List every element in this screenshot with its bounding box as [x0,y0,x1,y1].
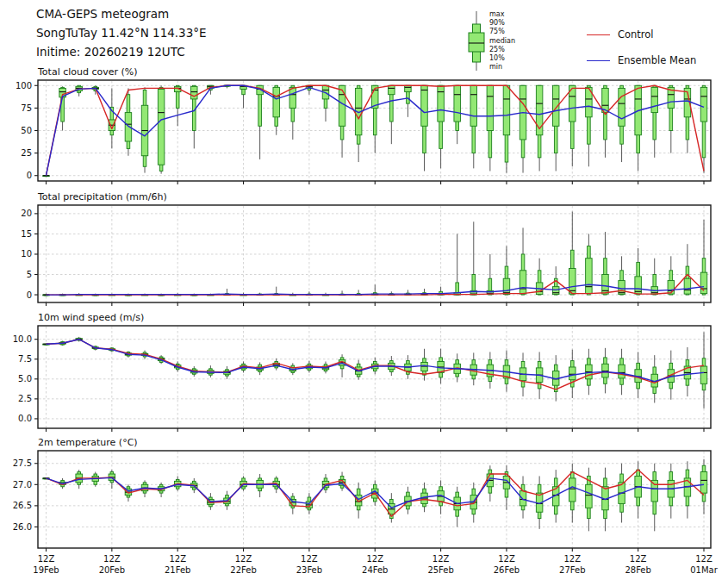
y-tick-label: 10 [21,249,32,259]
boxplot-legend: max90%75%median25%10%min [469,10,515,71]
box-25-75 [619,365,625,378]
ensemble-line-swatch [587,60,610,61]
x-tick-hour-label: 12Z [498,554,515,564]
y-tick-label: 26.5 [13,501,32,510]
legend-stat-label: min [489,63,502,71]
legend-stat-label: 10% [489,54,505,62]
y-tick-label: 100 [16,81,32,90]
box-25-75 [191,86,198,99]
y-tick-label: 27.5 [13,458,32,468]
control-label: Control [618,28,654,41]
box-25-75 [700,366,707,383]
panel-border [38,205,711,302]
control-line-swatch [587,34,610,35]
x-tick-date-label: 27Feb [559,565,585,575]
panel-10m-wind-speed: 0.02.55.07.510.010m wind speed (m/s) [13,312,711,432]
box-25-75 [520,491,526,506]
y-tick-label: 10.0 [13,334,32,344]
x-tick-hour-label: 12Z [235,554,252,564]
legend-stat-label: median [489,37,515,45]
x-tick-hour-label: 12Z [630,554,647,564]
box-25-75 [569,478,576,502]
x-tick-date-label: 01Mar [690,565,718,575]
x-tick-date-label: 28Feb [625,565,650,575]
box-25-75 [586,484,593,508]
box-25-75 [487,85,494,130]
x-tick-hour-label: 12Z [695,554,712,564]
box-25-75 [700,87,707,122]
box-25-75 [389,85,395,94]
y-tick-label: 0.0 [18,414,32,423]
x-tick-date-label: 22Feb [230,565,256,575]
meteogram-figure: CMA-GEPS meteogram SongTuTay 11.42°N 114… [0,0,728,586]
box-25-75 [438,85,444,122]
meteogram-chart: 0255075100Total cloud cover (%)05101520T… [0,0,728,586]
box-25-75 [503,278,510,294]
panel-title: Total precipitation (mm/6h) [37,191,167,203]
y-tick-label: 5.0 [18,374,32,383]
box-25-75 [651,480,658,502]
box-25-75 [684,278,691,294]
x-tick-hour-label: 12Z [301,554,318,564]
y-tick-label: 27.0 [13,480,32,489]
x-tick-date-label: 20Feb [99,565,125,575]
x-tick-hour-label: 12Z [432,554,450,564]
legend-stat-label: max [489,10,505,18]
panel-total-precipitation: 05101520Total precipitation (mm/6h) [21,191,711,306]
y-tick-label: 50 [21,126,32,135]
legend-stat-label: 25% [489,46,505,53]
box-25-75 [405,85,412,91]
line-legend: Control Ensemble Mean [587,22,696,73]
y-tick-label: 20 [21,209,32,218]
box-25-75 [158,89,165,165]
y-tick-label: 25 [21,148,32,158]
box-25-75 [586,259,593,294]
x-tick-date-label: 25Feb [427,565,453,575]
x-tick-date-label: 19Feb [33,565,59,575]
box-25-75 [536,85,543,134]
box-25-75 [470,85,477,126]
box-25-75 [273,87,280,116]
box-25-75 [700,472,707,494]
box-25-75 [289,87,296,108]
x-tick-date-label: 26Feb [494,565,520,575]
control-legend-row: Control [587,22,696,47]
panel-title: 10m wind speed (m/s) [38,312,144,323]
panel-title: 2m temperature (°C) [38,437,138,448]
x-tick-hour-label: 12Z [38,554,55,564]
panel-border [38,326,711,428]
y-tick-label: 0 [27,290,32,300]
panel-2m-temperature: 26.026.527.027.52m temperature (°C) [13,437,711,552]
legend-box-25-75 [469,33,484,52]
x-tick-hour-label: 12Z [564,554,582,564]
ensemble-label: Ensemble Mean [618,54,696,66]
box-25-75 [569,367,576,380]
box-25-75 [454,85,461,122]
box-25-75 [503,85,510,134]
y-tick-label: 0 [27,171,32,180]
box-25-75 [651,87,658,112]
x-tick-date-label: 23Feb [296,565,322,575]
x-tick-date-label: 21Feb [165,565,190,575]
x-tick-hour-label: 12Z [103,554,121,564]
y-tick-label: 75 [21,103,32,113]
y-tick-label: 2.5 [18,394,32,403]
ensemble-legend-row: Ensemble Mean [587,47,696,73]
legend-stat-label: 75% [489,28,505,35]
x-tick-date-label: 24Feb [362,565,388,575]
box-25-75 [520,271,526,294]
box-25-75 [339,85,345,126]
box-25-75 [421,85,428,126]
y-tick-label: 15 [21,229,32,239]
box-25-75 [619,88,625,126]
panel-title: Total cloud cover (%) [37,66,138,78]
box-25-75 [569,268,576,294]
x-tick-hour-label: 12Z [169,554,186,564]
y-tick-label: 5 [27,270,32,279]
y-tick-label: 26.0 [13,522,32,532]
x-tick-hour-label: 12Z [366,554,383,564]
y-tick-label: 7.5 [18,354,32,364]
panel-total-cloud-cover: 0255075100Total cloud cover (%) [16,66,711,184]
legend-stat-label: 90% [489,19,505,27]
